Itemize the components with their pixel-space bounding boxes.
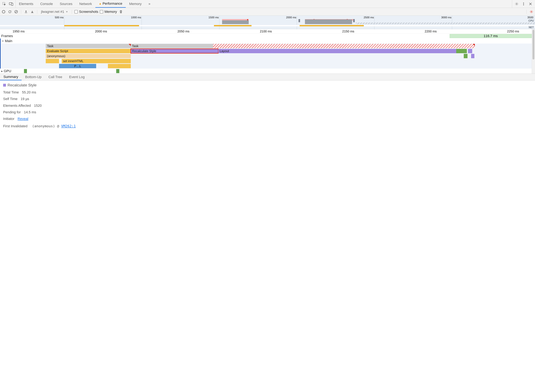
flame-xaxis: 1950 ms 2000 ms 2050 ms 2100 ms 2150 ms … — [0, 29, 532, 33]
load-profile-icon[interactable] — [24, 9, 28, 14]
devtools-tabstrip: Elements Console Sources Network ▲ Perfo… — [0, 0, 535, 8]
first-invalidated-link[interactable]: VM262:1 — [61, 124, 76, 128]
timeline-overview[interactable]: 500 ms 1000 ms 1500 ms 2000 ms 2500 ms 3… — [0, 16, 535, 29]
summary-event-name: Recalculate Style — [3, 83, 532, 88]
frame-pill[interactable]: 116.7 ms — [450, 34, 532, 38]
svg-point-5 — [523, 4, 524, 4]
tabs-overflow[interactable]: » — [145, 0, 154, 8]
ov-tick: 1000 ms — [131, 16, 142, 19]
disclosure-triangle-icon[interactable]: ▶ — [1, 70, 3, 72]
ov-tick: 2500 ms — [364, 16, 375, 19]
long-task-marker-icon — [473, 44, 475, 46]
summary-panel: Recalculate Style Total Time 55.20 ms Se… — [0, 80, 535, 135]
tab-sources[interactable]: Sources — [56, 0, 76, 8]
bar-layout[interactable]: Layout — [218, 49, 456, 53]
svg-rect-2 — [11, 3, 13, 5]
xaxis-tick: 2150 ms — [342, 30, 354, 33]
frames-label: Frames — [0, 34, 19, 38]
capture-settings-gear-icon[interactable] — [529, 9, 534, 14]
screenshots-toggle[interactable]: Screenshots — [74, 10, 98, 14]
bar-recalculate-style[interactable]: Recalculate Style — [131, 49, 218, 53]
btab-bottom-up[interactable]: Bottom-Up — [22, 74, 45, 80]
btab-summary[interactable]: Summary — [0, 74, 22, 80]
bar-evaluate-script[interactable]: Evaluate Script — [46, 49, 131, 53]
xaxis-tick: 2050 ms — [178, 30, 189, 33]
scrollbar-thumb[interactable] — [532, 30, 534, 60]
reload-record-icon[interactable] — [8, 9, 12, 14]
close-devtools-icon[interactable] — [528, 2, 533, 6]
overview-cpu-lane — [0, 19, 535, 24]
main-label[interactable]: ▼ Main — [1, 39, 19, 43]
tab-console[interactable]: Console — [37, 0, 56, 8]
settings-gear-icon[interactable] — [514, 2, 519, 6]
btab-event-log[interactable]: Event Log — [66, 74, 88, 80]
tabstrip-right-icons — [512, 0, 535, 8]
kebab-menu-icon[interactable] — [521, 2, 526, 6]
panel-tabs: Elements Console Sources Network ▲ Perfo… — [15, 0, 154, 8]
main-header-row: ▼ Main — [1, 38, 532, 43]
bar-yellow-chip-2[interactable] — [108, 64, 131, 68]
details-tabs: Summary Bottom-Up Call Tree Event Log — [0, 74, 535, 80]
tab-memory[interactable]: Memory — [126, 0, 145, 8]
bar-task-2a[interactable]: Task — [131, 44, 213, 48]
xaxis-tick: 1950 ms — [13, 30, 25, 33]
bar-set-innerhtml[interactable]: set innerHTML — [62, 59, 131, 63]
frames-track[interactable]: 116.7 ms — [19, 34, 532, 38]
ov-tick: 500 ms — [55, 16, 64, 19]
btab-call-tree[interactable]: Call Tree — [45, 74, 66, 80]
frame-pill-label: 116.7 ms — [484, 34, 498, 38]
ov-tick: 1500 ms — [208, 16, 219, 19]
gpu-row: ▶ GPU — [0, 69, 532, 74]
warning-icon: ▲ — [99, 2, 102, 5]
chevron-down-icon: ▼ — [66, 10, 68, 13]
vertical-scrollbar[interactable] — [532, 29, 535, 74]
performance-toolbar: jlwagner.net #1 ▼ Screenshots Memory — [0, 8, 535, 16]
collect-garbage-icon[interactable] — [118, 9, 123, 14]
screenshots-checkbox[interactable] — [74, 10, 78, 14]
main-thread-section: ▼ Main Task Task — [0, 38, 532, 69]
screenshots-label: Screenshots — [79, 10, 98, 14]
svg-point-6 — [523, 5, 524, 5]
svg-point-4 — [523, 2, 524, 3]
summary-self-time: Self Time 19 µs — [3, 97, 532, 101]
gpu-bar[interactable] — [116, 69, 119, 73]
svg-point-3 — [516, 4, 517, 4]
disclosure-triangle-icon[interactable]: ▼ — [2, 40, 4, 42]
initiator-reveal-link[interactable]: Reveal — [18, 117, 28, 121]
flame-chart[interactable]: 1950 ms 2000 ms 2050 ms 2100 ms 2150 ms … — [0, 29, 532, 74]
gpu-label[interactable]: ▶ GPU — [0, 69, 19, 73]
bar-paint[interactable] — [456, 49, 467, 53]
inspect-element-icon[interactable] — [2, 2, 7, 6]
gpu-track[interactable] — [19, 69, 532, 73]
bar-tiny-purple[interactable] — [471, 54, 474, 58]
bar-yellow-chip[interactable] — [46, 59, 59, 63]
save-profile-icon[interactable] — [30, 9, 35, 14]
memory-checkbox[interactable] — [100, 10, 103, 14]
tab-performance-label: Performance — [103, 2, 122, 6]
tab-elements[interactable]: Elements — [15, 0, 37, 8]
clear-icon[interactable] — [14, 9, 19, 14]
overview-cpu-badge: CPU — [528, 19, 534, 22]
bar-task-2b[interactable] — [213, 44, 475, 48]
device-toolbar-icon[interactable] — [9, 2, 14, 6]
memory-toggle[interactable]: Memory — [100, 10, 117, 14]
event-swatch — [3, 84, 6, 87]
ov-tick: 3000 ms — [441, 16, 452, 19]
bar-small-purple[interactable] — [468, 49, 472, 53]
tab-performance[interactable]: ▲ Performance — [95, 0, 126, 8]
bar-tiny-green[interactable] — [464, 54, 468, 58]
summary-initiator: Initiator Reveal — [3, 117, 532, 121]
bar-anonymous[interactable]: (anonymous) — [46, 54, 131, 58]
tab-network[interactable]: Network — [76, 0, 95, 8]
ov-tick: 2000 ms — [286, 16, 297, 19]
first-invalidated-callsite: (anonymous) @ VM262:1 — [32, 124, 76, 128]
bar-parse-html[interactable]: P…L — [59, 64, 96, 68]
bar-task[interactable]: Task — [46, 44, 131, 48]
record-icon[interactable] — [1, 9, 6, 14]
tabstrip-left-icons — [0, 0, 15, 8]
long-task-marker-icon — [129, 44, 131, 46]
xaxis-tick: 2250 ms — [507, 30, 519, 33]
gpu-bar[interactable] — [24, 69, 27, 73]
target-select[interactable]: jlwagner.net #1 ▼ — [40, 9, 69, 14]
svg-point-7 — [2, 10, 5, 13]
